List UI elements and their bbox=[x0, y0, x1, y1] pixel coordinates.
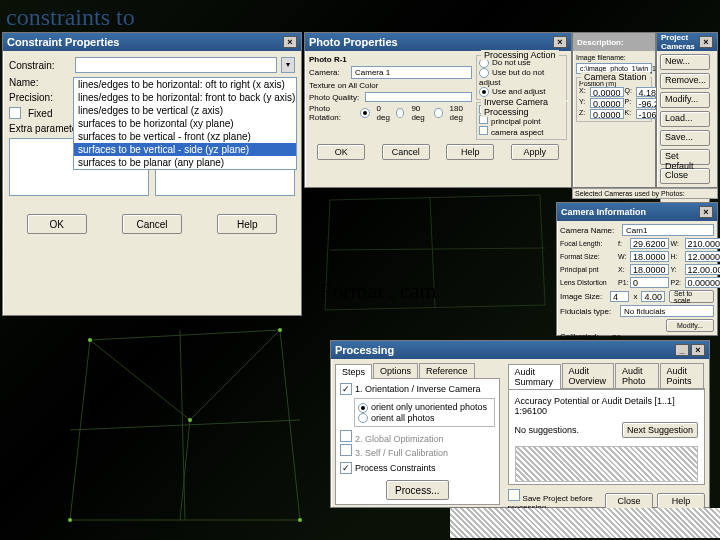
remove-button[interactable]: Remove... bbox=[660, 73, 710, 89]
modify-button[interactable]: Modify... bbox=[666, 319, 714, 332]
svg-point-3 bbox=[68, 518, 72, 522]
new-button[interactable]: New... bbox=[660, 54, 710, 70]
camera-label: Camera: bbox=[309, 68, 347, 77]
quality-slider[interactable] bbox=[365, 92, 472, 102]
close-icon[interactable]: × bbox=[691, 344, 705, 356]
setdefault-button[interactable]: Set Default bbox=[660, 149, 710, 165]
close-button[interactable]: Close bbox=[605, 493, 653, 509]
constrain-select[interactable] bbox=[75, 57, 277, 73]
camera-name-field[interactable]: Cam1 bbox=[622, 224, 714, 236]
apply-button[interactable]: Apply bbox=[511, 144, 559, 160]
constrain-dropdown-list[interactable]: lines/edges to be horizontal: oft to rig… bbox=[73, 77, 297, 170]
close-button[interactable]: Close bbox=[660, 168, 710, 184]
save-project-check[interactable] bbox=[508, 489, 520, 501]
close-icon[interactable]: × bbox=[699, 206, 713, 218]
chevron-down-icon[interactable]: ▾ bbox=[281, 57, 295, 73]
close-icon[interactable]: × bbox=[699, 36, 713, 48]
tab-audit-photo[interactable]: Audit Photo bbox=[615, 363, 659, 388]
page-title: constraints to bbox=[6, 4, 135, 34]
help-button[interactable]: Help bbox=[657, 493, 705, 509]
tab-audit-points[interactable]: Audit Points bbox=[660, 363, 704, 388]
hatch-area bbox=[515, 446, 698, 482]
list-item[interactable]: surfaces to be vertical - side (yz plane… bbox=[74, 143, 296, 156]
list-item[interactable]: surfaces to be vertical - front (xz plan… bbox=[74, 130, 296, 143]
fixed-label: Fixed bbox=[28, 108, 52, 119]
svg-point-0 bbox=[88, 338, 92, 342]
camera-select[interactable]: Camera 1 bbox=[351, 66, 472, 79]
format-w[interactable]: 18.0000 bbox=[630, 251, 669, 262]
process-button[interactable]: Process... bbox=[386, 480, 448, 500]
list-item[interactable]: lines/edges to be horizontal: front to b… bbox=[74, 91, 296, 104]
step2-check[interactable] bbox=[340, 430, 352, 442]
pp-y[interactable]: 12.00.00 bbox=[685, 264, 720, 275]
pos-x[interactable]: 0.0000 bbox=[590, 87, 624, 97]
process-constraints-check[interactable]: ✓ bbox=[340, 462, 352, 474]
pos-z[interactable]: 0.0000 bbox=[590, 109, 624, 119]
orient-radio[interactable] bbox=[358, 403, 368, 413]
image-h[interactable]: 4.00 bbox=[641, 291, 665, 302]
help-button[interactable]: Help bbox=[446, 144, 494, 160]
tab-options[interactable]: Options bbox=[373, 363, 418, 378]
processing-titlebar: Processing_× bbox=[331, 341, 709, 359]
action-radio[interactable] bbox=[479, 68, 489, 78]
tab-steps[interactable]: Steps bbox=[335, 364, 372, 379]
rotation-0-radio[interactable] bbox=[360, 108, 370, 118]
pp-x[interactable]: 18.0000 bbox=[630, 264, 669, 275]
rotation-90-radio[interactable] bbox=[396, 108, 404, 118]
fiducials-select[interactable]: No fiducials bbox=[620, 305, 714, 317]
fixed-checkbox[interactable] bbox=[9, 107, 21, 119]
caminfo-titlebar: Camera Information× bbox=[557, 203, 717, 221]
step1-check[interactable]: ✓ bbox=[340, 383, 352, 395]
photo-station-panel: Description: Image filename: c:\image_ph… bbox=[572, 32, 656, 188]
precision-label: Precision: bbox=[9, 92, 71, 103]
close-icon[interactable]: × bbox=[553, 36, 567, 48]
constraint-title: Constraint Properties bbox=[7, 36, 119, 48]
lens-p1[interactable]: 0 bbox=[630, 277, 669, 288]
cancel-button[interactable]: Cancel bbox=[122, 214, 182, 234]
projcam-titlebar: Project Cameras× bbox=[657, 33, 717, 51]
photo-title: Photo Properties bbox=[309, 36, 398, 48]
step3-check[interactable] bbox=[340, 444, 352, 456]
rotation-label: Photo Rotation: bbox=[309, 104, 356, 122]
orient-radio[interactable] bbox=[358, 413, 368, 423]
svg-point-4 bbox=[188, 418, 192, 422]
photo-titlebar: Photo Properties × bbox=[305, 33, 571, 51]
save-button[interactable]: Save... bbox=[660, 130, 710, 146]
tab-audit-overview[interactable]: Audit Overview bbox=[562, 363, 614, 388]
name-label: Name: bbox=[9, 77, 71, 88]
next-suggestion-button[interactable]: Next Suggestion bbox=[622, 422, 698, 438]
format-h[interactable]: 12.0000 bbox=[685, 251, 720, 262]
rotation-180-radio[interactable] bbox=[434, 108, 442, 118]
image-w[interactable]: 4 bbox=[610, 291, 629, 302]
no-suggestions: No suggestions. bbox=[515, 425, 580, 435]
cancel-button[interactable]: Cancel bbox=[382, 144, 430, 160]
lens-p2[interactable]: 0.00000 bbox=[685, 277, 720, 288]
focal-f[interactable]: 29.6200 bbox=[630, 238, 669, 249]
action-radio[interactable] bbox=[479, 87, 489, 97]
constraint-properties-window: Constraint Properties × Constrain: ▾ Nam… bbox=[2, 32, 302, 316]
texture-label: Texture on All Color bbox=[309, 81, 378, 90]
help-button[interactable]: Help bbox=[217, 214, 277, 234]
project-cameras-window: Project Cameras× New... Remove... Modify… bbox=[656, 32, 718, 188]
ok-button[interactable]: OK bbox=[317, 144, 365, 160]
audit-header: Accuracy Potential or Audit Details [1..… bbox=[515, 396, 698, 416]
pos-y[interactable]: 0.0000 bbox=[590, 98, 624, 108]
inv-check[interactable] bbox=[479, 126, 488, 135]
list-item[interactable]: surfaces to be planar (any plane) bbox=[74, 156, 296, 169]
minimize-icon[interactable]: _ bbox=[675, 344, 689, 356]
ok-button[interactable]: OK bbox=[27, 214, 87, 234]
list-item[interactable]: lines/edges to be vertical (z axis) bbox=[74, 104, 296, 117]
constraint-titlebar: Constraint Properties × bbox=[3, 33, 301, 51]
load-button[interactable]: Load... bbox=[660, 111, 710, 127]
processing-window: Processing_× Steps Options Reference ✓1.… bbox=[330, 340, 710, 508]
close-icon[interactable]: × bbox=[283, 36, 297, 48]
tab-audit-summary[interactable]: Audit Summary bbox=[508, 364, 561, 389]
hatch-footer bbox=[450, 508, 720, 538]
focal-w[interactable]: 210.000 bbox=[685, 238, 720, 249]
tab-reference[interactable]: Reference bbox=[419, 363, 475, 378]
list-item[interactable]: lines/edges to be horizontal: oft to rig… bbox=[74, 78, 296, 91]
list-item[interactable]: surfaces to be horizontal (xy plane) bbox=[74, 117, 296, 130]
modify-button[interactable]: Modify... bbox=[660, 92, 710, 108]
set-scale-button[interactable]: Set to scale bbox=[669, 290, 714, 303]
format-text: Format . cam bbox=[320, 278, 437, 304]
